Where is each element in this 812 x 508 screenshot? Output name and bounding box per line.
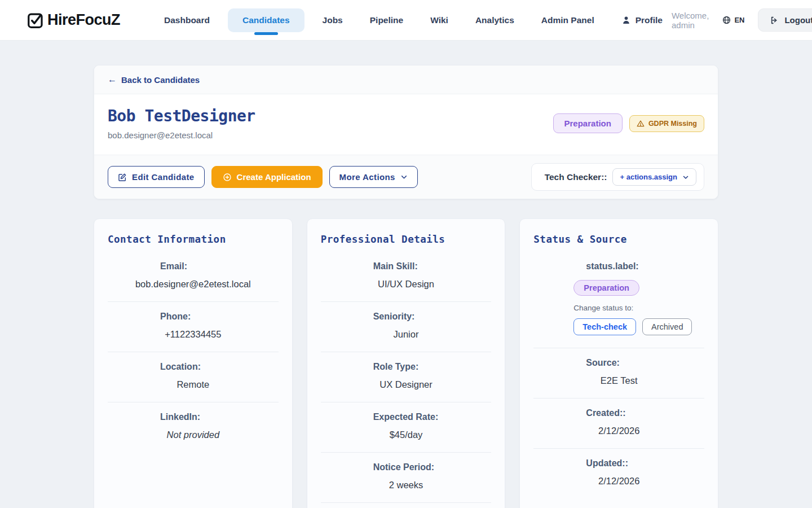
nav-item[interactable]: Analytics	[466, 8, 523, 32]
status-label: status.label:	[533, 261, 704, 271]
field-row: Updated:: 2/12/2026	[533, 448, 704, 498]
change-status-button[interactable]: Archived	[642, 318, 692, 335]
nav-item[interactable]: Dashboard	[155, 8, 219, 32]
field-row: Expected Rate: $45/day	[321, 402, 492, 452]
field-row: Seniority: Junior	[321, 301, 492, 352]
nav-item[interactable]: Admin Panel	[532, 8, 603, 32]
card-title: Professional Details	[321, 234, 492, 245]
candidate-header-panel: ← Back to Candidates Bob TestDesigner bo…	[94, 65, 718, 199]
back-arrow-icon: ←	[108, 75, 117, 85]
card-title: Contact Information	[108, 234, 279, 245]
main-nav: Dashboard Candidates Jobs Pipeline Wiki …	[155, 8, 603, 32]
nav-item[interactable]: Jobs	[314, 8, 352, 32]
status-pill: Preparation	[573, 280, 639, 296]
field-row: English Level:	[321, 502, 492, 508]
more-actions-button[interactable]: More Actions	[329, 166, 418, 188]
field-row: Role Type: UX Designer	[321, 352, 492, 402]
nav-item[interactable]: Pipeline	[361, 8, 412, 32]
chevron-down-icon	[682, 174, 689, 181]
candidate-email: bob.designer@e2etest.local	[108, 130, 255, 140]
detail-cards: Contact Information Email: bob.designer@…	[94, 218, 718, 508]
card-title: Status & Source	[533, 234, 704, 245]
primary-actions: Edit Candidate Create Application More A…	[108, 166, 418, 188]
plus-circle-icon	[223, 173, 232, 182]
nav-right-group: Welcome, admin EN Logout	[672, 8, 812, 32]
gdpr-warning-badge: GDPR Missing	[629, 115, 704, 132]
field-row: Email: bob.designer@e2etest.local	[108, 252, 279, 301]
field-row: Phone: +1122334455	[108, 301, 279, 352]
create-application-button[interactable]: Create Application	[211, 166, 323, 188]
professional-details-card: Professional Details Main Skill: UI/UX D…	[307, 218, 506, 508]
field-row: Location: Remote	[108, 352, 279, 402]
logo-checkbox-icon	[27, 12, 44, 29]
status-badge: Preparation	[553, 113, 623, 133]
globe-icon	[722, 16, 731, 24]
field-row: Main Skill: UI/UX Design	[321, 252, 492, 301]
warning-icon	[637, 120, 645, 128]
logo: HireFocuZ	[27, 11, 120, 29]
top-nav: HireFocuZ Dashboard Candidates Jobs Pipe…	[0, 0, 812, 41]
person-icon	[621, 15, 631, 25]
actions-row: Edit Candidate Create Application More A…	[94, 155, 718, 199]
contact-information-card: Contact Information Email: bob.designer@…	[94, 218, 293, 508]
nav-item-profile[interactable]: Profile	[612, 8, 672, 32]
nav-item[interactable]: Wiki	[421, 8, 457, 32]
tech-checker-label: Tech Checker::	[545, 172, 607, 182]
back-to-candidates-link[interactable]: ← Back to Candidates	[108, 75, 200, 85]
status-source-card: Status & Source status.label: Preparatio…	[519, 218, 718, 508]
logo-text: HireFocuZ	[47, 11, 120, 29]
field-row: Created:: 2/12/2026	[533, 398, 704, 448]
nav-item[interactable]: Candidates	[228, 8, 304, 32]
logout-button[interactable]: Logout	[758, 8, 812, 32]
edit-candidate-button[interactable]: Edit Candidate	[108, 166, 205, 188]
welcome-text: Welcome, admin	[672, 11, 709, 30]
logout-icon	[770, 16, 779, 25]
tech-checker-group: Tech Checker:: + actions.assign	[531, 163, 704, 191]
field-row: Source: E2E Test	[533, 348, 704, 398]
chevron-down-icon	[400, 173, 408, 181]
badges-group: Preparation GDPR Missing	[553, 113, 704, 133]
language-switcher[interactable]: EN	[722, 16, 744, 24]
candidate-detail-page: ← Back to Candidates Bob TestDesigner bo…	[94, 41, 718, 508]
field-row: LinkedIn: Not provided	[108, 402, 279, 452]
change-status-label: Change status to:	[573, 304, 633, 312]
assign-select[interactable]: + actions.assign	[612, 168, 696, 186]
candidate-identity-row: Bob TestDesigner bob.designer@e2etest.lo…	[94, 94, 718, 155]
candidate-name: Bob TestDesigner	[108, 107, 255, 125]
back-row: ← Back to Candidates	[94, 65, 718, 94]
field-row: Notice Period: 2 weeks	[321, 452, 492, 502]
status-field: status.label: Preparation Change status …	[533, 252, 704, 348]
edit-icon	[118, 173, 127, 182]
change-status-button[interactable]: Tech-check	[573, 318, 636, 335]
change-status-buttons: Tech-check Archived	[573, 318, 692, 335]
